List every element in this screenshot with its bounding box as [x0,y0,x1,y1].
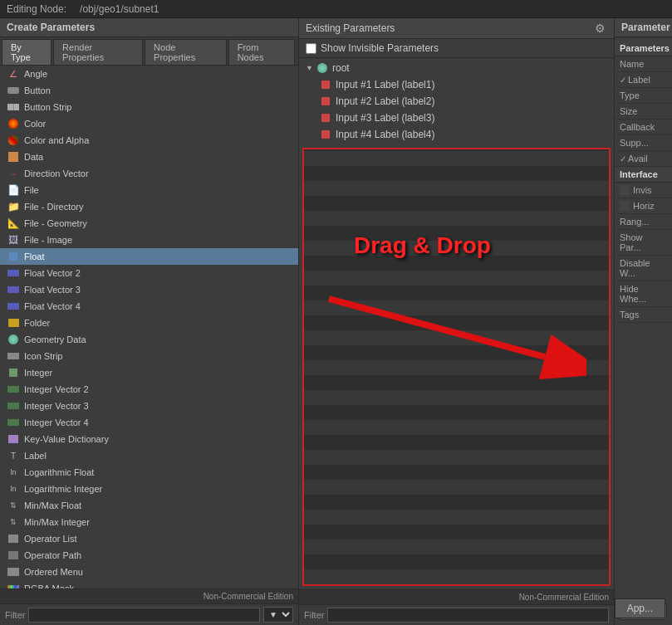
hidewhen-prop-label: Hide Whe... [620,284,664,304]
param-label-operator-path: Operator Path [24,550,81,560]
param-item-minmax-float[interactable]: ⇅Min/Max Float [0,497,298,514]
param-icon-icon-strip [7,350,20,362]
param-label-geometry-data: Geometry Data [24,334,86,344]
size-prop-label: Size [620,106,637,116]
tab-by-type[interactable]: By Type [2,39,52,65]
tree-item-3[interactable]: Input #3 Label (label3) [299,110,614,126]
tab-from-nodes[interactable]: From Nodes [228,39,295,65]
avail-row[interactable]: ✓ Avail [615,151,672,167]
param-item-operator-list[interactable]: Operator List [0,530,298,547]
param-label-file-directory: File - Directory [24,202,84,212]
show-invisible-label: Show Invisible Parameters [321,42,439,54]
param-item-data[interactable]: Data [0,149,298,165]
param-item-rgba-mask[interactable]: RGBA Mask [0,580,298,588]
param-item-button-strip[interactable]: Button Strip [0,99,298,115]
param-item-angle[interactable]: ∠Angle [0,66,298,82]
param-label-integer-vector-2: Integer Vector 2 [24,384,89,394]
top-bar: Editing Node: /obj/geo1/subnet1 [0,0,672,18]
middle-filter-label: Filter [304,610,324,620]
param-item-integer-vector-4[interactable]: Integer Vector 4 [0,414,298,431]
param-item-logarithmic-float[interactable]: lnLogarithmic Float [0,464,298,481]
param-label-integer: Integer [24,368,52,378]
param-item-integer-vector-2[interactable]: Integer Vector 2 [0,381,298,398]
param-icon-label: T [7,450,20,461]
gear-button[interactable]: ⚙ [593,22,607,35]
item3-label: Input #3 Label (label3) [336,112,434,124]
horiz-prop-label: Horiz [633,201,655,211]
param-label-data: Data [24,152,43,162]
param-label-file: File [24,185,39,195]
left-filter-dropdown[interactable]: ▼ [263,607,293,623]
horiz-row[interactable]: Horiz [615,198,672,214]
existing-params-title: Existing Parameters [306,22,395,34]
show-invisible-checkbox[interactable] [306,43,316,54]
root-label: root [332,62,350,74]
left-filter-input[interactable] [28,608,260,623]
param-item-integer[interactable]: Integer [0,364,298,381]
props-section-label: Parameters [615,41,672,56]
param-icon-operator-path [7,549,20,561]
param-item-geometry-data[interactable]: Geometry Data [0,331,298,348]
param-item-folder[interactable]: Folder [0,315,298,331]
param-label-float-vector-3: Float Vector 3 [24,285,81,295]
param-icon-color-alpha [7,134,20,146]
param-item-button[interactable]: Button [0,82,298,99]
param-item-float-vector-2[interactable]: Float Vector 2 [0,265,298,281]
root-icon [316,62,329,74]
param-item-key-value-dictionary[interactable]: Key-Value Dictionary [0,431,298,447]
param-item-color[interactable]: Color [0,115,298,132]
param-label-folder: Folder [24,318,50,328]
size-row: Size [615,104,672,120]
middle-filter-bar: Filter [299,604,614,625]
param-item-label[interactable]: TLabel [0,447,298,464]
left-filter-bar: Filter ▼ [0,603,298,625]
tree-item-1[interactable]: Input #1 Label (label1) [299,76,614,93]
param-item-float-vector-3[interactable]: Float Vector 3 [0,281,298,298]
invis-row[interactable]: Invis [615,183,672,198]
item2-icon [319,95,332,107]
tree-item-2[interactable]: Input #2 Label (label2) [299,93,614,110]
drop-zone[interactable]: Drag & Drop [302,148,611,586]
param-icon-integer-vector-4 [7,417,20,428]
tree-root-item[interactable]: ▼ root [299,60,614,76]
tab-render-props[interactable]: Render Properties [53,39,143,65]
param-icon-folder [7,317,20,329]
param-label-operator-list: Operator List [24,534,77,544]
param-label-button: Button [24,85,51,95]
show-invisible-row[interactable]: Show Invisible Parameters [299,39,614,58]
param-item-icon-strip[interactable]: Icon Strip [0,348,298,364]
apply-button[interactable]: App... [615,598,665,618]
param-item-ordered-menu[interactable]: Ordered Menu [0,564,298,580]
param-item-file-directory[interactable]: 📁File - Directory [0,198,298,215]
showpar-prop-label: Show Par... [620,232,664,252]
param-item-direction-vector[interactable]: →Direction Vector [0,165,298,182]
middle-edition-label: Non-Commercial Edition [519,593,609,602]
param-label-logarithmic-integer: Logarithmic Integer [24,484,102,494]
param-label-minmax-integer: Min/Max Integer [24,517,90,527]
middle-header-left: Existing Parameters [306,22,395,34]
param-label-integer-vector-3: Integer Vector 3 [24,401,89,411]
param-item-float-vector-4[interactable]: Float Vector 4 [0,298,298,315]
param-item-minmax-integer[interactable]: ⇅Min/Max Integer [0,514,298,530]
param-item-operator-path[interactable]: Operator Path [0,547,298,564]
param-item-integer-vector-3[interactable]: Integer Vector 3 [0,398,298,414]
name-prop-label: Name [620,59,644,69]
tree-item-4[interactable]: Input #4 Label (label4) [299,126,614,143]
right-props-area: Parameters Name ✓ Label Type Size Callba… [615,37,672,603]
label-row[interactable]: ✓ Label [615,72,672,88]
range-row: Rang... [615,214,672,230]
param-item-color-alpha[interactable]: Color and Alpha [0,132,298,149]
expand-icon: ▼ [306,64,316,72]
param-item-float[interactable]: Float [0,248,298,265]
tab-node-props[interactable]: Node Properties [145,39,227,65]
showpar-row: Show Par... [615,230,672,256]
param-item-file-geometry[interactable]: 📐File - Geometry [0,215,298,232]
param-item-file[interactable]: 📄File [0,182,298,198]
param-icon-logarithmic-float: ln [7,466,20,478]
param-label-angle: Angle [24,69,47,79]
left-panel-title: Create Parameters [0,18,298,37]
param-label-ordered-menu: Ordered Menu [24,567,83,577]
param-item-file-image[interactable]: 🖼File - Image [0,232,298,248]
param-item-logarithmic-integer[interactable]: lnLogarithmic Integer [0,481,298,497]
middle-filter-input[interactable] [327,608,609,623]
